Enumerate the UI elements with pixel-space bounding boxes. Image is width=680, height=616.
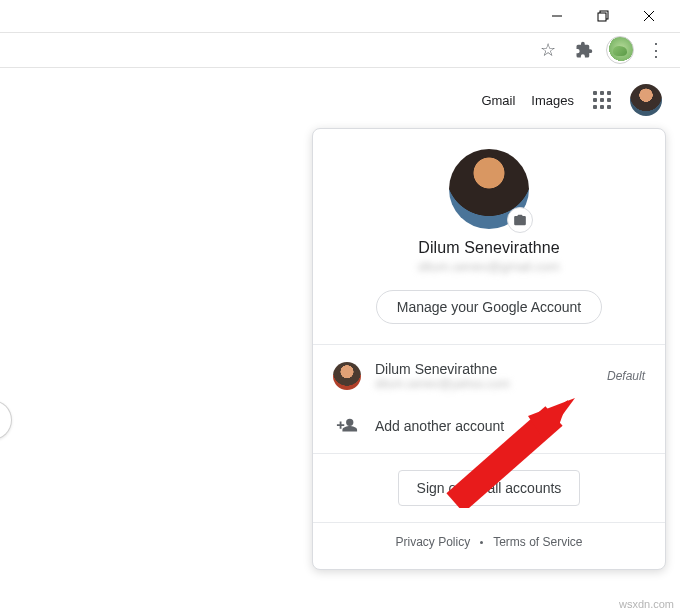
account-row-name: Dilum Senevirathne <box>375 361 593 377</box>
panel-footer: Privacy Policy Terms of Service <box>313 523 665 565</box>
watermark: wsxdn.com <box>619 598 674 610</box>
window-minimize-button[interactable] <box>534 0 580 32</box>
google-apps-icon[interactable] <box>590 88 614 112</box>
browser-toolbar: ☆ ⋮ <box>0 32 680 68</box>
avatar-container <box>449 149 529 229</box>
dot-separator <box>480 541 483 544</box>
window-maximize-button[interactable] <box>580 0 626 32</box>
signout-button[interactable]: Sign out of all accounts <box>398 470 581 506</box>
google-header: Gmail Images <box>0 68 680 132</box>
default-tag: Default <box>607 369 645 383</box>
window-controls <box>0 0 680 32</box>
change-photo-button[interactable] <box>507 207 533 233</box>
images-link[interactable]: Images <box>531 93 574 108</box>
gmail-link[interactable]: Gmail <box>481 93 515 108</box>
browser-profile-icon[interactable] <box>606 36 634 64</box>
add-account-label-wrap: Add another account <box>375 418 645 434</box>
account-row-avatar <box>333 362 361 390</box>
account-row-info: Dilum Senevirathne dilum.senev@yahoo.com <box>375 361 593 391</box>
privacy-link[interactable]: Privacy Policy <box>395 535 470 549</box>
account-row[interactable]: Dilum Senevirathne dilum.senev@yahoo.com… <box>313 349 665 403</box>
add-account-row[interactable]: Add another account <box>313 403 665 449</box>
svg-rect-2 <box>598 13 606 21</box>
extensions-icon[interactable] <box>570 36 598 64</box>
account-email: dilum.senev@gmail.com <box>418 259 560 274</box>
account-avatar[interactable] <box>630 84 662 116</box>
window-close-button[interactable] <box>626 0 672 32</box>
current-account-section: Dilum Senevirathne dilum.senev@gmail.com… <box>313 129 665 345</box>
person-add-icon <box>333 415 361 437</box>
bookmark-star-icon[interactable]: ☆ <box>534 36 562 64</box>
add-account-label: Add another account <box>375 418 645 434</box>
signout-section: Sign out of all accounts <box>313 454 665 523</box>
offscreen-arc <box>0 400 12 440</box>
account-row-email: dilum.senev@yahoo.com <box>375 377 593 391</box>
account-switcher-panel: Dilum Senevirathne dilum.senev@gmail.com… <box>312 128 666 570</box>
manage-account-button[interactable]: Manage your Google Account <box>376 290 602 324</box>
account-name: Dilum Senevirathne <box>418 239 559 257</box>
terms-link[interactable]: Terms of Service <box>493 535 582 549</box>
browser-menu-icon[interactable]: ⋮ <box>642 36 670 64</box>
accounts-list: Dilum Senevirathne dilum.senev@yahoo.com… <box>313 345 665 454</box>
